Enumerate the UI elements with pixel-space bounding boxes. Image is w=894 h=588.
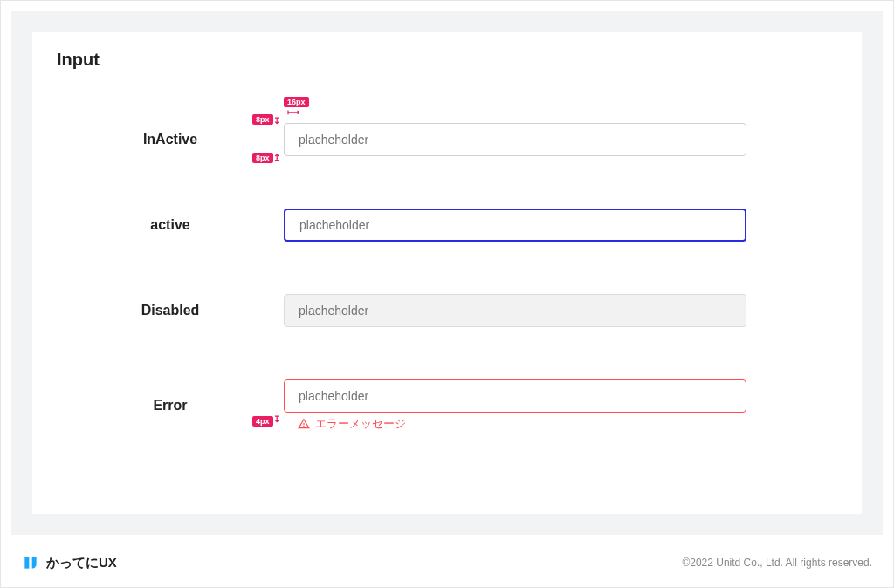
input-disabled <box>284 294 746 327</box>
svg-point-1 <box>304 427 305 427</box>
row-error: Error 4px ↧ エラーメッセージ <box>57 379 837 432</box>
state-label-active: active <box>57 217 284 233</box>
error-message-text: エラーメッセージ <box>315 416 406 432</box>
measure-arrow-error-gap: ↧ <box>273 414 280 424</box>
measure-arrow-h: ⟼ <box>287 107 299 117</box>
input-error[interactable] <box>284 379 746 413</box>
copyright: ©2022 Unitd Co., Ltd. All rights reserve… <box>682 557 872 569</box>
measure-tag-4px: 4px <box>252 416 273 427</box>
input-inactive[interactable] <box>284 123 746 156</box>
measure-tag-8px-bottom: 8px <box>252 153 273 163</box>
input-active[interactable] <box>284 209 746 242</box>
measure-arrow-v-bottom: ↥ <box>273 153 280 162</box>
error-message-row: エラーメッセージ <box>284 416 746 432</box>
input-spec-card: Input InActive 16px ⟼ 8px ↧ 8px ↥ active <box>32 32 862 514</box>
state-label-disabled: Disabled <box>57 303 284 318</box>
brand-logo-icon <box>22 554 39 571</box>
input-wrap-disabled <box>284 294 746 327</box>
row-inactive: InActive 16px ⟼ 8px ↧ 8px ↥ <box>57 123 837 156</box>
input-wrap-inactive: 16px ⟼ 8px ↧ 8px ↥ <box>284 123 746 156</box>
measure-tag-8px-top: 8px <box>252 114 273 125</box>
measure-tag-16px: 16px <box>284 97 309 107</box>
input-wrap-active <box>284 209 746 242</box>
brand: かってにUX <box>22 554 117 571</box>
section-title: Input <box>57 50 837 79</box>
warning-icon <box>298 418 310 430</box>
row-disabled: Disabled <box>57 294 837 327</box>
state-label-inactive: InActive <box>57 132 284 147</box>
design-canvas: Input InActive 16px ⟼ 8px ↧ 8px ↥ active <box>11 11 883 535</box>
brand-name: かってにUX <box>46 555 117 571</box>
row-active: active <box>57 209 837 242</box>
state-label-error: Error <box>57 398 284 414</box>
footer: かってにUX ©2022 Unitd Co., Ltd. All rights … <box>1 538 893 587</box>
input-wrap-error: 4px ↧ エラーメッセージ <box>284 379 746 432</box>
measure-arrow-v-top: ↧ <box>273 116 280 126</box>
